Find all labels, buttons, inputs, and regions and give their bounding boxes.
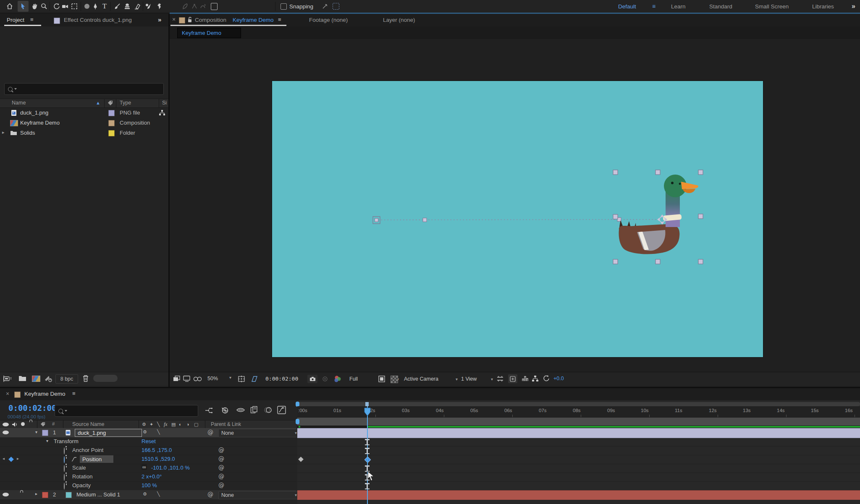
bit-depth-button[interactable]: 8 bpc (55, 374, 78, 384)
layer-visibility-eye-icon[interactable] (3, 493, 9, 496)
scale-label[interactable]: Scale (72, 465, 86, 471)
anchor-label[interactable]: Anchor Point (72, 447, 103, 453)
selection-tool-icon[interactable] (18, 1, 29, 12)
viewer-timecode[interactable]: 0:00:02:00 (265, 376, 298, 382)
label-color-swatch[interactable] (108, 120, 115, 126)
new-folder-icon[interactable] (18, 375, 26, 381)
mask-box-icon[interactable] (211, 3, 218, 10)
keyframe-nav-current-icon[interactable] (8, 457, 14, 462)
parent-link-column-label[interactable]: Parent & Link (211, 421, 241, 427)
position-row[interactable]: ◂ ▸ Position 1510.5 ,529.0 @ (0, 455, 296, 464)
transparency-checker-icon[interactable] (391, 376, 398, 383)
label-color-swatch[interactable] (108, 130, 115, 136)
tab-effect-controls[interactable]: Effect Controls duck_1.png (64, 17, 132, 23)
parent-dropdown[interactable]: None ▾ (218, 429, 300, 437)
timeline-track-area[interactable]: :00s 01s 02s 03s 04s 05s 06s 07s 08s 09s… (297, 400, 860, 504)
rotation-label[interactable]: Rotation (72, 473, 92, 480)
adjust-exposure-icon[interactable] (508, 374, 517, 383)
opacity-stopwatch-icon[interactable] (64, 483, 65, 490)
position-keyframe-start[interactable] (298, 457, 304, 462)
pan-behind-tool-icon[interactable] (69, 1, 80, 12)
parent-pickwhip-icon[interactable]: @ (207, 429, 213, 436)
puppet-pin-tool-icon[interactable] (154, 1, 165, 12)
mini-flowchart-icon[interactable] (532, 375, 539, 382)
scale-link-icon[interactable]: ∞ (142, 464, 147, 470)
project-item-name[interactable]: Solids (20, 130, 35, 136)
workspace-overflow-icon[interactable]: » (852, 3, 855, 10)
opacity-value[interactable]: 100 % (142, 482, 157, 488)
timeline-navigator-strip[interactable] (297, 402, 860, 406)
layer-shy-icon[interactable]: ⚙ (143, 491, 147, 497)
home-icon[interactable] (4, 1, 15, 12)
parent-pickwhip-icon[interactable]: @ (207, 491, 213, 498)
parent-dropdown[interactable]: None ▾ (218, 491, 300, 499)
trash-icon[interactable] (82, 375, 89, 382)
layer-quality-icon[interactable]: ╲ (157, 491, 160, 497)
interpret-footage-icon[interactable] (3, 375, 12, 382)
project-tabs-overflow-icon[interactable]: » (158, 16, 161, 23)
transform-label[interactable]: Transform (54, 438, 79, 444)
frame-blending-icon[interactable] (250, 406, 258, 414)
workspace-tab-libraries[interactable]: Libraries (812, 3, 834, 10)
layer-name-box[interactable]: duck_1.png (75, 429, 142, 437)
opacity-pickwhip-icon[interactable]: @ (218, 482, 224, 488)
graph-editor-icon[interactable] (277, 406, 286, 414)
scale-pickwhip-icon[interactable]: @ (218, 464, 224, 471)
scale-row[interactable]: Scale ∞ -101.0 ,101.0 % @ (0, 464, 296, 473)
snapping-checkbox[interactable] (281, 3, 287, 10)
position-pickwhip-icon[interactable]: @ (218, 455, 224, 462)
show-snapshot-icon[interactable] (322, 376, 328, 382)
timeline-tab-label[interactable]: Keyframe Demo (24, 391, 66, 397)
render-engine-icon[interactable] (44, 375, 52, 382)
position-value[interactable]: 1510.5 ,529.0 (142, 456, 175, 462)
layer-label-swatch[interactable] (42, 430, 48, 436)
tab-project[interactable]: Project (7, 17, 24, 23)
exposure-value[interactable]: +0.0 (553, 376, 564, 381)
project-search-input[interactable] (4, 83, 164, 95)
layer-name[interactable]: Medium ... Solid 1 (76, 491, 120, 498)
transparency-grid-icon[interactable] (378, 375, 385, 383)
layer-expand-chevron-icon[interactable]: ▾ (35, 430, 37, 434)
source-name-column-label[interactable]: Source Name (72, 421, 104, 427)
grid-guides-icon[interactable] (238, 375, 246, 383)
position-stopwatch-icon[interactable] (64, 456, 65, 463)
composition-mini-flowchart-icon[interactable] (205, 407, 213, 414)
transform-expand-chevron-icon[interactable]: ▾ (46, 439, 48, 443)
layer-row-duck[interactable]: ▾ 1 duck_1.png ⚙ ╲ @ None ▾ (0, 428, 296, 438)
sort-ascending-icon[interactable]: ▲ (96, 100, 100, 105)
tab-layer[interactable]: Layer (none) (383, 17, 415, 23)
magnification-monitor-icon[interactable] (183, 376, 191, 382)
project-item-name[interactable]: Keyframe Demo (20, 120, 60, 126)
new-composition-icon[interactable] (32, 376, 40, 382)
view-layout-dropdown[interactable]: 1 View ▾ (459, 374, 496, 384)
footer-scroll-thumb[interactable] (93, 375, 118, 382)
workspace-menu-icon[interactable]: ≡ (652, 3, 655, 10)
work-area-start-handle[interactable] (296, 419, 299, 424)
viewer-subtab[interactable]: Keyframe Demo (177, 28, 241, 38)
snapping-label[interactable]: Snapping (289, 3, 313, 10)
viewer-tab-close-icon[interactable]: × (172, 16, 176, 23)
usage-hierarchy-icon[interactable] (159, 110, 165, 116)
layer-row-solid[interactable]: ▸ 2 Medium ... Solid 1 ⚙ ╲ @ None ▾ (0, 490, 296, 500)
workspace-tab-learn[interactable]: Learn (671, 3, 686, 10)
share-view-icon[interactable] (496, 375, 504, 382)
current-timecode[interactable]: 0:00:02:00 (8, 403, 56, 413)
anchor-stopwatch-icon[interactable] (64, 447, 65, 454)
label-color-swatch[interactable] (108, 110, 115, 116)
project-tab-menu-icon[interactable]: ≡ (30, 16, 34, 23)
layer-shy-icon[interactable]: ⚙ (143, 429, 147, 435)
position-graph-icon[interactable] (71, 457, 77, 462)
region-of-interest-icon[interactable] (250, 375, 259, 383)
project-row-composition[interactable]: Keyframe Demo Composition (0, 118, 168, 128)
keyframe-nav-next-icon[interactable]: ▸ (17, 456, 19, 461)
unlock-icon[interactable] (187, 16, 192, 23)
opacity-label[interactable]: Opacity (72, 482, 91, 488)
tab-footage[interactable]: Footage (none) (309, 17, 348, 23)
snapshot-button[interactable] (307, 375, 317, 383)
duck-artwork[interactable] (619, 175, 698, 254)
layer1-duration-bar[interactable] (297, 428, 860, 438)
workspace-tab-standard[interactable]: Standard (709, 3, 732, 10)
convert-vertex-tool-icon[interactable] (198, 1, 207, 12)
project-item-name[interactable]: duck_1.png (20, 110, 48, 116)
timeline-ruler[interactable]: :00s 01s 02s 03s 04s 05s 06s 07s 08s 09s… (297, 406, 860, 418)
